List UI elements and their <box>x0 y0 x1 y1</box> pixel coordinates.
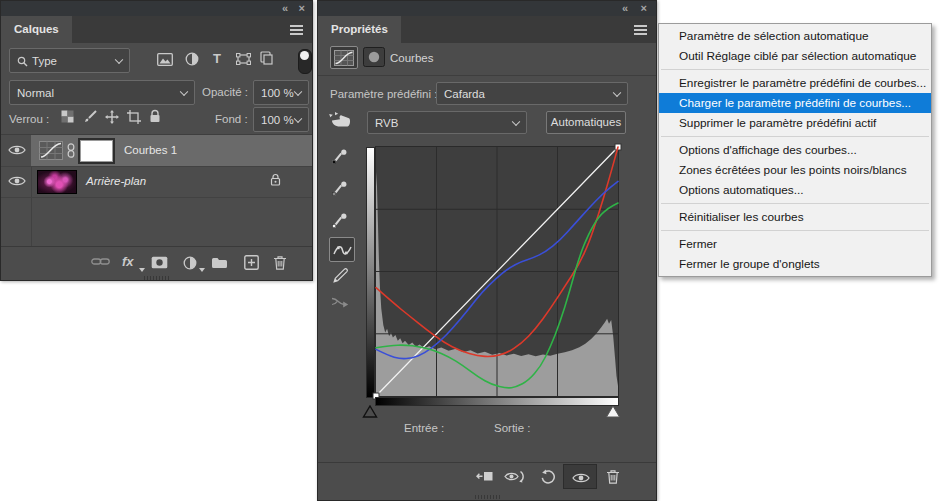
preset-value: Cafarda <box>444 88 485 100</box>
curves-adjustment-button[interactable] <box>330 46 358 69</box>
fill-select[interactable]: 100 % <box>253 107 309 132</box>
lock-all-icon[interactable] <box>149 109 161 123</box>
chevron-down-icon <box>294 87 302 95</box>
eye-icon[interactable] <box>8 144 26 156</box>
gray-point-eyedropper-icon[interactable] <box>332 180 348 196</box>
white-point-eyedropper-icon[interactable] <box>332 212 348 228</box>
properties-titlebar: « × <box>318 1 656 16</box>
layers-titlebar: « × <box>1 1 312 16</box>
menu-item-save-curves-preset[interactable]: Enregistrer le paramètre prédéfini de co… <box>659 73 931 93</box>
curves-plot[interactable] <box>376 147 618 396</box>
layer-name[interactable]: Arrière-plan <box>86 175 146 187</box>
menu-item-auto-select-parameter[interactable]: Paramètre de sélection automatique <box>659 26 931 46</box>
menu-separator <box>661 230 929 231</box>
chevron-down-icon <box>139 268 145 272</box>
pencil-tool-icon[interactable] <box>333 267 349 283</box>
toggle-visibility-button[interactable] <box>563 464 597 489</box>
photoshop-workspace: « × Calques Type T N <box>0 0 941 501</box>
white-input-slider[interactable] <box>605 405 621 418</box>
preset-select[interactable]: Cafarda <box>436 82 628 105</box>
properties-tabbar: Propriétés <box>318 16 656 43</box>
mask-properties-icon[interactable] <box>363 47 385 67</box>
chevron-down-icon <box>115 55 123 63</box>
opacity-select[interactable]: 100 % <box>253 80 309 105</box>
targeted-adjustment-icon[interactable] <box>328 111 352 129</box>
lock-artboard-icon[interactable] <box>127 110 141 124</box>
new-group-icon[interactable] <box>211 256 228 269</box>
delete-adjustment-icon[interactable] <box>606 469 620 484</box>
menu-item-close[interactable]: Fermer <box>659 234 931 254</box>
curves-grid[interactable] <box>375 146 619 397</box>
tab-proprietes[interactable]: Propriétés <box>318 16 401 43</box>
layer-mask-thumbnail[interactable] <box>80 140 113 162</box>
delete-layer-icon[interactable] <box>273 255 287 270</box>
menu-item-highlighted[interactable]: Charger le paramètre prédéfini de courbe… <box>659 93 931 113</box>
black-point-eyedropper-icon[interactable] <box>332 148 348 164</box>
mask-link-icon[interactable] <box>67 143 75 158</box>
new-adjustment-layer-icon[interactable] <box>183 256 197 270</box>
menu-item-delete-current-preset[interactable]: Supprimer le paramètre prédéfini actif <box>659 113 931 133</box>
menu-separator <box>661 203 929 204</box>
adjustment-filter-icon[interactable] <box>185 52 199 66</box>
smart-object-filter-icon[interactable] <box>260 51 273 65</box>
menu-item-show-clipping[interactable]: Zones écrêtées pour les points noirs/bla… <box>659 160 931 180</box>
input-label: Entrée : <box>404 422 444 434</box>
pixel-filter-icon[interactable] <box>157 53 173 66</box>
tab-calques[interactable]: Calques <box>1 16 72 43</box>
preset-label: Paramètre prédéfini : <box>330 88 437 100</box>
output-label: Sortie : <box>494 422 530 434</box>
channel-select[interactable]: RVB <box>367 111 527 134</box>
menu-item-curves-display-options[interactable]: Options d'affichage des courbes... <box>659 140 931 160</box>
menu-separator <box>661 69 929 70</box>
layers-tabbar: Calques <box>1 16 312 43</box>
shape-filter-icon[interactable] <box>236 53 251 65</box>
menu-separator <box>661 136 929 137</box>
layer-style-icon[interactable]: fx <box>122 254 134 269</box>
menu-item-auto-options[interactable]: Options automatiques... <box>659 180 931 200</box>
panel-resize-grip[interactable] <box>144 276 170 280</box>
menu-item-targeted-adjustment-auto[interactable]: Outil Réglage ciblé par sélection automa… <box>659 46 931 66</box>
panel-menu-icon[interactable] <box>290 25 303 27</box>
curves-layer-thumbnail[interactable] <box>39 141 63 160</box>
lock-transparency-icon[interactable] <box>61 110 74 123</box>
chevron-down-icon <box>180 87 188 95</box>
curve-point-icon <box>333 244 352 257</box>
close-panel-icon[interactable]: × <box>641 1 647 16</box>
close-panel-icon[interactable]: × <box>299 1 305 16</box>
collapse-panel-icon[interactable]: « <box>282 1 288 16</box>
menu-item-close-tab-group[interactable]: Fermer le groupe d'onglets <box>659 254 931 274</box>
collapse-panel-icon[interactable]: « <box>622 1 628 16</box>
panel-resize-grip[interactable] <box>475 495 501 499</box>
layer-name[interactable]: Courbes 1 <box>124 144 177 156</box>
menu-item-reset-curves[interactable]: Réinitialiser les courbes <box>659 207 931 227</box>
fill-value: 100 % <box>261 114 294 126</box>
reset-adjustment-icon[interactable] <box>540 469 556 484</box>
lock-position-icon[interactable] <box>105 110 119 124</box>
fill-label: Fond : <box>215 113 248 125</box>
layers-panel: « × Calques Type T N <box>0 0 313 281</box>
blend-mode-value: Normal <box>17 87 54 99</box>
edit-points-tool[interactable] <box>329 237 355 262</box>
clip-to-layer-icon[interactable] <box>475 470 493 483</box>
lock-paint-icon[interactable] <box>83 110 97 124</box>
chevron-down-icon <box>294 114 302 122</box>
chevron-down-icon <box>199 268 205 272</box>
properties-panel: « × Propriétés Courbes Paramètre prédéfi… <box>317 0 657 501</box>
background-layer-thumbnail[interactable] <box>37 170 77 194</box>
layer-filter-select[interactable]: Type <box>9 48 130 73</box>
lock-label: Verrou : <box>9 113 49 125</box>
link-layers-icon[interactable] <box>91 257 110 266</box>
view-previous-state-icon[interactable] <box>504 470 526 483</box>
auto-button[interactable]: Automatiques <box>546 111 626 134</box>
layer-filter-value: Type <box>32 55 57 67</box>
new-layer-icon[interactable] <box>244 255 259 270</box>
add-mask-icon[interactable] <box>151 256 168 269</box>
eye-icon[interactable] <box>8 175 26 187</box>
blend-mode-select[interactable]: Normal <box>9 80 195 105</box>
eye-icon <box>572 472 590 484</box>
filter-toggle[interactable] <box>298 49 312 74</box>
black-input-slider[interactable] <box>362 405 378 418</box>
type-filter-icon[interactable]: T <box>213 52 221 66</box>
panel-menu-icon[interactable] <box>634 25 647 27</box>
smooth-curve-icon[interactable] <box>331 295 349 308</box>
